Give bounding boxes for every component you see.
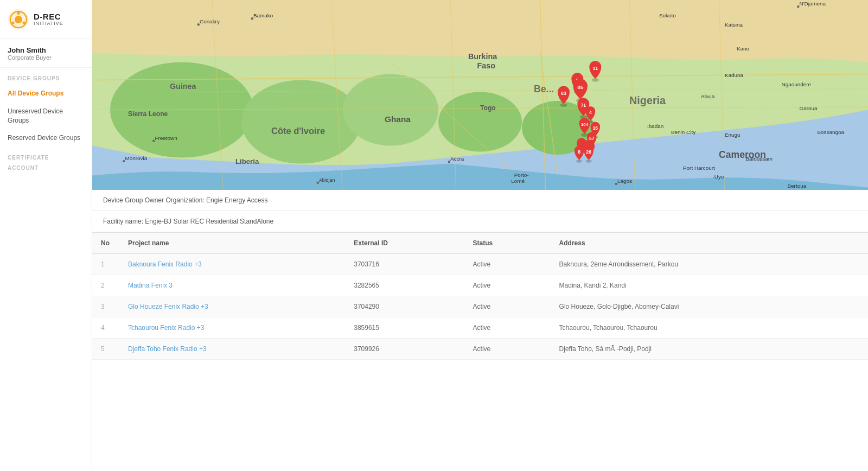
table-row[interactable]: 1 Baknoura Fenix Radio +3 3703716 Active… bbox=[92, 254, 868, 275]
cell-no: 3 bbox=[92, 296, 119, 317]
sidebar-item-unreserved-device-groups[interactable]: Unreserved Device Groups bbox=[0, 103, 92, 130]
account-label: ACCOUNT bbox=[0, 164, 92, 174]
svg-point-9 bbox=[343, 74, 438, 146]
logo-area: D-REC INITIATIVE bbox=[0, 0, 92, 39]
svg-text:N'Djamena: N'Djamena bbox=[800, 1, 826, 7]
cell-address: Madina, Kandi 2, Kandi bbox=[551, 275, 868, 296]
svg-text:Kaduna: Kaduna bbox=[725, 72, 744, 78]
device-groups-label: DEVICE GROUPS bbox=[0, 68, 92, 85]
svg-text:Côte d'Ivoire: Côte d'Ivoire bbox=[271, 126, 325, 136]
svg-text:Togo: Togo bbox=[480, 104, 496, 112]
cell-external-id: 3859615 bbox=[345, 317, 464, 339]
cell-no: 4 bbox=[92, 317, 119, 339]
cell-project[interactable]: Djeffa Toho Fenix Radio +3 bbox=[119, 339, 345, 360]
svg-text:85: 85 bbox=[577, 84, 584, 90]
cell-project[interactable]: Baknoura Fenix Radio +3 bbox=[119, 254, 345, 275]
svg-text:8: 8 bbox=[578, 149, 580, 155]
table-row[interactable]: 4 Tchaourou Fenix Radio +3 3859615 Activ… bbox=[92, 317, 868, 339]
svg-point-47 bbox=[197, 23, 200, 26]
cell-project[interactable]: Tchaourou Fenix Radio +3 bbox=[119, 317, 345, 339]
svg-text:Benin City: Benin City bbox=[671, 129, 695, 135]
sidebar-item-reserved-device-groups[interactable]: Reserved Device Groups bbox=[0, 129, 92, 147]
svg-text:11: 11 bbox=[592, 66, 598, 71]
certificate-label: CERTIFICATE bbox=[0, 147, 92, 164]
user-name: John Smith bbox=[8, 46, 84, 54]
svg-text:Enugu: Enugu bbox=[725, 132, 741, 138]
svg-text:Abidjan: Abidjan bbox=[319, 177, 335, 183]
cell-external-id: 3703716 bbox=[345, 254, 464, 275]
cell-address: Baknoura, 2ème Arrondissement, Parkou bbox=[551, 254, 868, 275]
svg-text:Lomé: Lomé bbox=[511, 178, 525, 184]
svg-text:104: 104 bbox=[581, 122, 589, 127]
svg-text:Lagos: Lagos bbox=[617, 178, 632, 184]
svg-text:Accra: Accra bbox=[450, 156, 464, 162]
facility-name-bar: Facility name: Engie-BJ Solar REC Reside… bbox=[92, 211, 868, 232]
svg-point-51 bbox=[797, 5, 799, 8]
map-container[interactable]: Guinea Sierra Leone Côte d'Ivoire Liberi… bbox=[92, 0, 868, 190]
cell-status: Active bbox=[464, 275, 551, 296]
owner-org-text: Device Group Owner Organization: Engie E… bbox=[103, 196, 267, 204]
svg-text:Kano: Kano bbox=[737, 45, 750, 51]
table-row[interactable]: 2 Madina Fenix 3 3282565 Active Madina, … bbox=[92, 275, 868, 296]
cell-external-id: 3282565 bbox=[345, 275, 464, 296]
col-address: Address bbox=[551, 233, 868, 254]
cell-external-id: 3709926 bbox=[345, 339, 464, 360]
svg-text:Bossangoa: Bossangoa bbox=[818, 129, 845, 135]
owner-org-bar: Device Group Owner Organization: Engie E… bbox=[92, 190, 868, 211]
svg-text:Liberia: Liberia bbox=[235, 157, 259, 166]
svg-text:4: 4 bbox=[589, 110, 592, 115]
cell-status: Active bbox=[464, 254, 551, 275]
cell-project[interactable]: Madina Fenix 3 bbox=[119, 275, 345, 296]
svg-point-87 bbox=[586, 160, 592, 163]
col-project-name: Project name bbox=[119, 233, 345, 254]
cell-no: 2 bbox=[92, 275, 119, 296]
svg-point-5 bbox=[12, 22, 15, 24]
col-no: No bbox=[92, 233, 119, 254]
brand-name: D-REC bbox=[34, 12, 63, 22]
brand-tagline: INITIATIVE bbox=[34, 21, 63, 27]
facility-name-text: Facility name: Engie-BJ Solar REC Reside… bbox=[103, 218, 273, 225]
svg-text:26: 26 bbox=[586, 149, 591, 155]
svg-text:Freetown: Freetown bbox=[155, 135, 177, 141]
col-status: Status bbox=[464, 233, 551, 254]
svg-point-39 bbox=[448, 161, 450, 163]
svg-point-41 bbox=[317, 182, 319, 184]
svg-text:Guinea: Guinea bbox=[170, 82, 197, 91]
cell-no: 1 bbox=[92, 254, 119, 275]
svg-text:16: 16 bbox=[592, 125, 598, 131]
svg-point-85 bbox=[576, 160, 582, 163]
svg-text:Bafoussam: Bafoussam bbox=[746, 156, 773, 162]
svg-text:Nigeria: Nigeria bbox=[629, 94, 666, 106]
svg-point-45 bbox=[615, 183, 617, 185]
cell-status: Active bbox=[464, 339, 551, 360]
table-row[interactable]: 5 Djeffa Toho Fenix Radio +3 3709926 Act… bbox=[92, 339, 868, 360]
svg-text:Porto-: Porto- bbox=[514, 172, 529, 178]
cell-no: 5 bbox=[92, 339, 119, 360]
svg-point-35 bbox=[152, 140, 155, 142]
cell-external-id: 3704290 bbox=[345, 296, 464, 317]
svg-text:Monrovia: Monrovia bbox=[125, 155, 148, 161]
logo-text: D-REC INITIATIVE bbox=[34, 12, 63, 27]
svg-point-37 bbox=[123, 160, 125, 162]
table-section: No Project name External ID Status Addre… bbox=[92, 232, 868, 471]
svg-text:Ibadan: Ibadan bbox=[647, 123, 663, 129]
table-body: 1 Baknoura Fenix Radio +3 3703716 Active… bbox=[92, 254, 868, 360]
svg-text:Sokoto: Sokoto bbox=[659, 12, 676, 18]
cell-status: Active bbox=[464, 296, 551, 317]
svg-text:Conakry: Conakry bbox=[200, 18, 220, 24]
cell-address: Djeffa Toho, Sà mÃ -Podji, Podji bbox=[551, 339, 868, 360]
sidebar: D-REC INITIATIVE John Smith Corporate Bu… bbox=[0, 0, 92, 471]
main-content: Guinea Sierra Leone Côte d'Ivoire Liberi… bbox=[92, 0, 868, 471]
svg-point-8 bbox=[241, 80, 361, 164]
cell-project[interactable]: Glo Houeze Fenix Radio +3 bbox=[119, 296, 345, 317]
svg-text:Burkina: Burkina bbox=[468, 52, 497, 61]
svg-point-43 bbox=[251, 17, 253, 20]
svg-text:Abuja: Abuja bbox=[701, 93, 715, 99]
svg-text:Bamako: Bamako bbox=[253, 12, 273, 18]
svg-text:Bertoua: Bertoua bbox=[788, 183, 807, 189]
user-section: John Smith Corporate Buyer bbox=[0, 39, 92, 68]
sidebar-item-all-device-groups[interactable]: All Device Groups bbox=[0, 85, 92, 103]
cell-address: Tchaourou, Tchaourou, Tchaourou bbox=[551, 317, 868, 339]
data-table: No Project name External ID Status Addre… bbox=[92, 232, 868, 360]
table-row[interactable]: 3 Glo Houeze Fenix Radio +3 3704290 Acti… bbox=[92, 296, 868, 317]
